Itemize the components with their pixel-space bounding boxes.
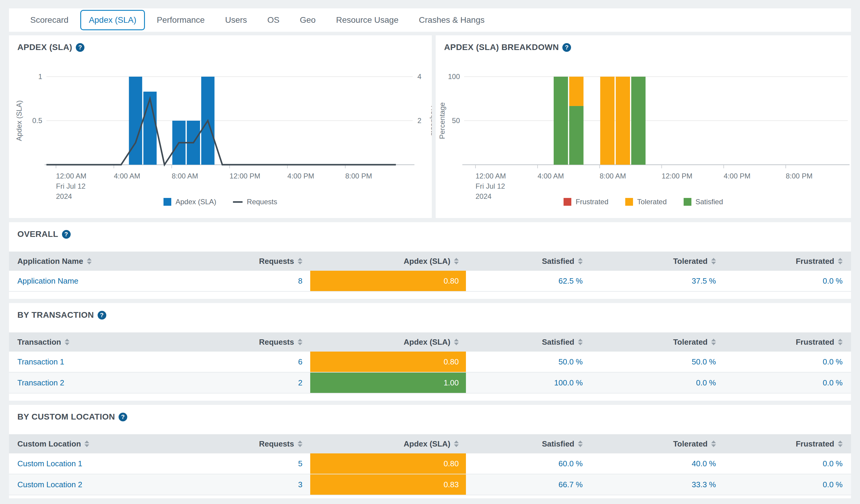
cell-satisfied: 66.7 % — [466, 474, 590, 495]
column-header-tolerated[interactable]: Tolerated — [590, 332, 723, 351]
tab-crashes-hangs[interactable]: Crashes & Hangs — [410, 10, 493, 30]
apdex-chart-panel: APDEX (SLA) ? 12:00 AMFri Jul 1220244:00… — [9, 35, 432, 218]
help-icon[interactable]: ? — [76, 43, 84, 52]
sort-down-arrow-icon — [578, 343, 583, 345]
help-icon[interactable]: ? — [62, 230, 71, 239]
sort-down-arrow-icon — [711, 343, 716, 345]
column-header-requests[interactable]: Requests — [220, 434, 310, 453]
column-header-label: Tolerated — [673, 337, 707, 347]
column-header-satisfied[interactable]: Satisfied — [466, 332, 590, 351]
table-header-row: TransactionRequestsApdex (SLA)SatisfiedT… — [9, 332, 851, 351]
column-header-satisfied[interactable]: Satisfied — [466, 251, 590, 271]
axis-label: Requests — [430, 105, 432, 136]
apdex-value: 0.80 — [443, 459, 459, 469]
sort-down-arrow-icon — [454, 444, 459, 447]
tab-performance[interactable]: Performance — [148, 10, 213, 30]
column-header-frustrated[interactable]: Frustrated — [723, 251, 851, 271]
row-link[interactable]: Application Name — [17, 276, 78, 286]
column-header-apdex[interactable]: Apdex (SLA) — [310, 251, 466, 271]
section-overall: OVERALL?Application NameRequestsApdex (S… — [9, 222, 851, 299]
column-header-apdex[interactable]: Apdex (SLA) — [310, 434, 466, 453]
axis-label: 4:00 PM — [724, 172, 750, 180]
cell-name: Application Name — [9, 271, 220, 291]
square-swatch-icon — [625, 198, 633, 206]
tab-os[interactable]: OS — [259, 10, 288, 30]
column-header-label: Satisfied — [542, 439, 574, 449]
column-header-apdex[interactable]: Apdex (SLA) — [310, 332, 466, 351]
help-icon[interactable]: ? — [118, 413, 127, 421]
apdex-value: 0.80 — [443, 357, 459, 366]
help-icon[interactable]: ? — [562, 43, 571, 52]
column-header-requests[interactable]: Requests — [220, 332, 310, 351]
cell-requests: 6 — [220, 351, 310, 372]
apdex-chart-title: APDEX (SLA) ? — [17, 43, 84, 52]
charts-row: APDEX (SLA) ? 12:00 AMFri Jul 1220244:00… — [9, 35, 851, 218]
section-by-custom-location: BY CUSTOM LOCATION?Custom LocationReques… — [9, 405, 851, 498]
square-swatch-icon — [163, 198, 171, 206]
axis-label: 1 — [38, 72, 42, 81]
column-header-tolerated[interactable]: Tolerated — [590, 434, 723, 453]
cell-satisfied: 50.0 % — [466, 351, 590, 372]
column-header-tolerated[interactable]: Tolerated — [590, 251, 723, 271]
sort-down-arrow-icon — [298, 343, 302, 345]
column-header-name[interactable]: Transaction — [9, 332, 220, 351]
sort-up-arrow-icon — [578, 258, 583, 261]
row-link[interactable]: Transaction 2 — [17, 378, 64, 388]
requests-value: 3 — [298, 480, 302, 489]
overall-table: Application NameRequestsApdex (SLA)Satis… — [9, 251, 851, 292]
satisfied-value: 100.0 % — [554, 378, 583, 388]
cell-tolerated: 50.0 % — [590, 351, 723, 372]
column-header-label: Apdex (SLA) — [404, 439, 450, 449]
tab-apdex-sla[interactable]: Apdex (SLA) — [80, 10, 145, 30]
column-header-frustrated[interactable]: Frustrated — [723, 434, 851, 453]
cell-tolerated: 37.5 % — [590, 271, 723, 291]
section-title-by-custom-location: BY CUSTOM LOCATION? — [9, 412, 851, 422]
tolerated-bar — [616, 77, 630, 165]
tab-users[interactable]: Users — [216, 10, 256, 30]
apdex-value: 0.80 — [443, 276, 459, 286]
cell-frustrated: 0.0 % — [723, 453, 851, 474]
cell-frustrated: 0.0 % — [723, 373, 851, 393]
sort-icon — [298, 441, 302, 447]
legend-label: Apdex (SLA) — [175, 198, 216, 206]
axis-label: 0.5 — [32, 116, 42, 125]
sort-up-arrow-icon — [838, 339, 843, 341]
tab-scorecard[interactable]: Scorecard — [22, 10, 77, 30]
row-link[interactable]: Custom Location 2 — [17, 480, 82, 489]
cell-name: Custom Location 2 — [9, 474, 220, 495]
column-header-satisfied[interactable]: Satisfied — [466, 434, 590, 453]
column-header-name[interactable]: Custom Location — [9, 434, 220, 453]
sort-down-arrow-icon — [84, 444, 89, 447]
sort-icon — [454, 258, 459, 264]
sort-down-arrow-icon — [711, 444, 716, 447]
column-header-frustrated[interactable]: Frustrated — [723, 332, 851, 351]
row-link[interactable]: Transaction 1 — [17, 357, 64, 366]
column-header-name[interactable]: Application Name — [9, 251, 220, 271]
square-swatch-icon — [684, 198, 691, 206]
legend-item-requests: Requests — [233, 198, 277, 206]
sort-icon — [578, 339, 583, 345]
line-swatch-icon — [233, 201, 243, 203]
column-header-label: Tolerated — [673, 257, 707, 266]
legend-label: Satisfied — [696, 198, 723, 206]
column-header-requests[interactable]: Requests — [220, 251, 310, 271]
axis-label: 4:00 AM — [538, 172, 564, 180]
axis-label: 4:00 AM — [114, 172, 140, 180]
axis-label: Percentage — [438, 102, 446, 139]
apdex-bar — [129, 77, 142, 165]
sort-icon — [84, 441, 89, 447]
column-header-label: Frustrated — [796, 439, 834, 449]
help-icon[interactable]: ? — [98, 311, 106, 319]
tab-geo[interactable]: Geo — [291, 10, 324, 30]
cell-apdex: 0.80 — [310, 351, 466, 372]
column-header-label: Requests — [259, 337, 294, 347]
column-header-label: Satisfied — [542, 257, 574, 266]
sort-icon — [711, 339, 716, 345]
sort-up-arrow-icon — [298, 258, 302, 261]
row-link[interactable]: Custom Location 1 — [17, 459, 82, 469]
axis-label: Fri Jul 12 — [475, 182, 505, 190]
axis-label: 8:00 PM — [345, 172, 372, 180]
tab-resource-usage[interactable]: Resource Usage — [327, 10, 407, 30]
frustrated-value: 0.0 % — [823, 480, 843, 489]
sort-up-arrow-icon — [578, 441, 583, 443]
